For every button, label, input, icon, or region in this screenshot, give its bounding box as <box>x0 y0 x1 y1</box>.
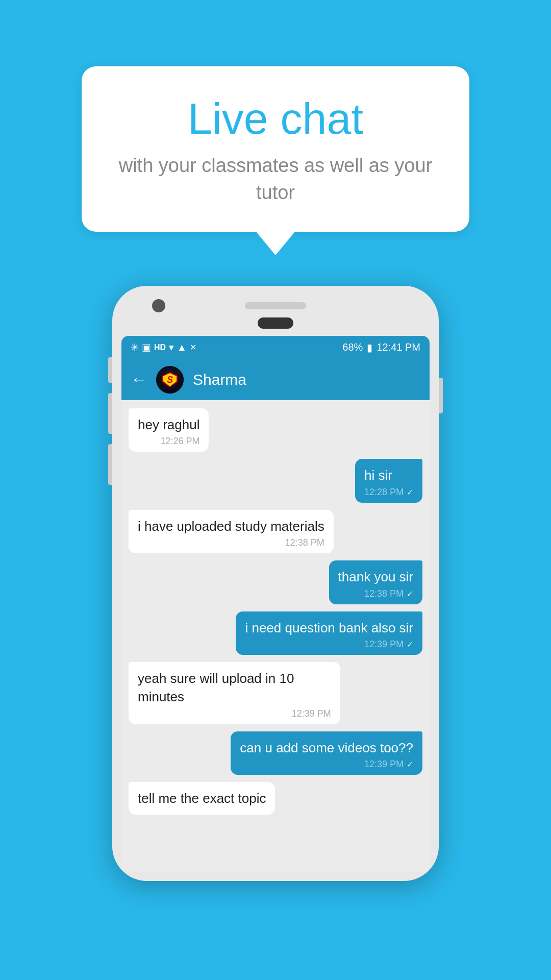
svg-text:S: S <box>167 375 173 385</box>
bluetooth-icon: ✳ <box>131 341 139 353</box>
silent-button <box>108 357 112 383</box>
bubble-subtitle: with your classmates as well as your tut… <box>117 152 434 206</box>
message-tick-icon: ✓ <box>407 640 413 649</box>
promo-card: Live chat with your classmates as well a… <box>82 66 469 255</box>
message-tick-icon: ✓ <box>407 589 413 599</box>
signal-x-icon: ✕ <box>190 342 196 352</box>
message-time: 12:38 PM <box>285 537 324 548</box>
message-meta: 12:38 PM✓ <box>338 589 413 599</box>
message-text: yeah sure will upload in 10 minutes <box>138 669 331 706</box>
message-bubble-7: tell me the exact topic <box>129 782 275 815</box>
message-tick-icon: ✓ <box>407 487 413 497</box>
message-bubble-2: i have uploaded study materials12:38 PM <box>129 510 334 553</box>
hd-icon: HD <box>154 343 166 352</box>
speech-bubble: Live chat with your classmates as well a… <box>82 66 469 232</box>
message-row: thank you sir12:38 PM✓ <box>129 560 422 604</box>
volume-down-button <box>108 444 112 485</box>
phone-mockup: ✳ ▣ HD ▾ ▲ ✕ 68% ▮ 12:41 PM ← <box>112 286 439 881</box>
message-bubble-4: i need question bank also sir12:39 PM✓ <box>236 611 422 655</box>
battery-percent: 68% <box>342 341 363 353</box>
wifi-icon: ▾ <box>169 341 174 353</box>
contact-name: Sharma <box>193 371 246 388</box>
back-button[interactable]: ← <box>131 370 147 389</box>
message-bubble-6: can u add some videos too??12:39 PM✓ <box>231 731 422 775</box>
message-bubble-5: yeah sure will upload in 10 minutes12:39… <box>129 662 340 724</box>
message-time: 12:26 PM <box>160 436 199 447</box>
message-row: yeah sure will upload in 10 minutes12:39… <box>129 662 422 724</box>
signal-icon: ▲ <box>177 342 187 353</box>
message-tick-icon: ✓ <box>407 760 413 769</box>
message-text: i need question bank also sir <box>245 619 413 637</box>
message-bubble-1: hi sir12:28 PM✓ <box>355 459 422 502</box>
message-row: tell me the exact topic <box>129 782 422 815</box>
message-time: 12:28 PM <box>364 487 404 498</box>
message-meta: 12:39 PM <box>138 708 331 719</box>
earpiece-speaker <box>245 302 306 309</box>
message-time: 12:39 PM <box>364 639 404 650</box>
phone-top-bar <box>121 295 430 314</box>
avatar-inner: S <box>156 366 184 394</box>
message-meta: 12:39 PM✓ <box>245 639 413 650</box>
message-meta: 12:28 PM✓ <box>364 487 413 498</box>
message-text: thank you sir <box>338 568 413 586</box>
power-button <box>439 378 443 413</box>
contact-avatar: S <box>156 366 184 394</box>
clock: 12:41 PM <box>377 341 420 353</box>
message-time: 12:39 PM <box>364 759 404 770</box>
superman-icon: S <box>161 371 179 389</box>
message-row: can u add some videos too??12:39 PM✓ <box>129 731 422 775</box>
message-meta: 12:38 PM <box>138 537 324 548</box>
message-bubble-0: hey raghul12:26 PM <box>129 408 209 452</box>
status-left-icons: ✳ ▣ HD ▾ ▲ ✕ <box>131 341 196 353</box>
message-meta: 12:26 PM <box>138 436 199 447</box>
volume-up-button <box>108 393 112 434</box>
message-row: hi sir12:28 PM✓ <box>129 459 422 502</box>
message-time: 12:38 PM <box>364 589 404 599</box>
message-meta: 12:39 PM✓ <box>240 759 413 770</box>
status-right: 68% ▮ 12:41 PM <box>342 341 420 354</box>
message-text: hi sir <box>364 466 413 484</box>
message-text: tell me the exact topic <box>138 789 266 807</box>
messages-area[interactable]: hey raghul12:26 PMhi sir12:28 PM✓i have … <box>121 400 430 872</box>
battery-icon: ▮ <box>367 341 372 354</box>
message-row: i need question bank also sir12:39 PM✓ <box>129 611 422 655</box>
bubble-title: Live chat <box>117 94 434 143</box>
message-text: i have uploaded study materials <box>138 517 324 535</box>
vibrate-icon: ▣ <box>142 341 151 353</box>
phone-screen: ✳ ▣ HD ▾ ▲ ✕ 68% ▮ 12:41 PM ← <box>121 336 430 872</box>
message-time: 12:39 PM <box>292 708 331 719</box>
chat-header: ← S Sharma <box>121 359 430 400</box>
message-text: can u add some videos too?? <box>240 739 413 757</box>
status-bar: ✳ ▣ HD ▾ ▲ ✕ 68% ▮ 12:41 PM <box>121 336 430 359</box>
message-bubble-3: thank you sir12:38 PM✓ <box>329 560 422 604</box>
message-text: hey raghul <box>138 415 199 434</box>
speech-bubble-tail <box>256 232 295 255</box>
front-camera <box>152 299 165 312</box>
message-row: hey raghul12:26 PM <box>129 408 422 452</box>
message-row: i have uploaded study materials12:38 PM <box>129 510 422 553</box>
phone-outer: ✳ ▣ HD ▾ ▲ ✕ 68% ▮ 12:41 PM ← <box>112 286 439 881</box>
fingerprint-sensor <box>258 317 293 329</box>
